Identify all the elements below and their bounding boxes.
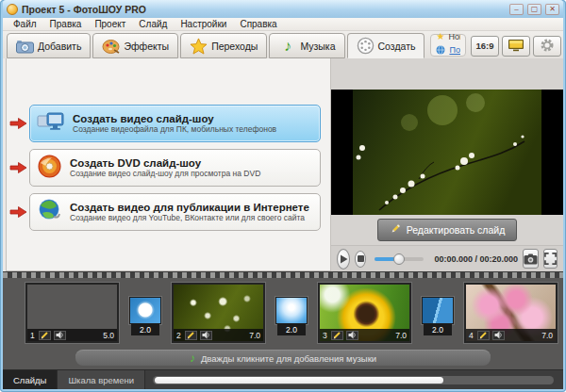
slide-duration: 5.0 [103, 331, 114, 340]
promo-text: Новые шаблоны и спецэффекты [448, 32, 460, 41]
create-icon [357, 37, 375, 55]
seek-slider[interactable] [375, 257, 424, 261]
speaker-icon[interactable] [54, 331, 66, 340]
add-music-hint: Дважды кликните для добавления музыки [201, 353, 376, 364]
window-title: Проект 5 - ФотоШОУ PRO [22, 4, 506, 15]
edit-pencil-icon[interactable] [477, 331, 490, 340]
transition-duration: 2.0 [277, 324, 306, 335]
create-video-slideshow-option[interactable]: Создать видео слайд-шоу Создание видеофа… [29, 105, 321, 142]
preview-image [353, 90, 541, 215]
timeline-horizontal-scrollbar[interactable] [153, 376, 554, 384]
edit-pencil-icon[interactable] [185, 331, 197, 340]
maximize-button[interactable]: ▢ [527, 4, 541, 15]
slide-number: 2 [176, 331, 182, 340]
scrollbar-thumb[interactable] [155, 377, 443, 384]
main-area: Создать видео слайд-шоу Создание видеофа… [3, 58, 563, 271]
snapshot-button[interactable] [523, 249, 539, 269]
slide-thumbnail-2[interactable]: 2 7.0 [172, 283, 265, 343]
slide-number: 1 [30, 331, 36, 340]
tab-timescale[interactable]: Шкала времени [58, 370, 145, 389]
speaker-icon[interactable] [346, 331, 358, 340]
play-button[interactable] [337, 249, 350, 270]
tab-label: Переходы [211, 41, 258, 52]
pencil-icon [390, 223, 401, 237]
music-note-icon: ♪ [190, 352, 195, 364]
speaker-icon[interactable] [200, 331, 212, 340]
tab-label: Музыка [300, 41, 335, 52]
option-row: Создать видео для публикации в Интернете… [7, 193, 330, 231]
tab-label: Эффекты [124, 41, 169, 52]
music-icon: ♪ [278, 37, 296, 55]
menu-item-edit[interactable]: Правка [43, 19, 89, 29]
preview-panel: Редактировать слайд 00:00.000 / 00:20.00… [331, 58, 563, 271]
window-body: Файл Правка Проект Слайд Настройки Справ… [3, 18, 563, 389]
titlebar: Проект 5 - ФотоШОУ PRO – ▢ ✕ [3, 0, 563, 18]
menu-item-file[interactable]: Файл [7, 19, 43, 29]
time-display: 00:00.000 / 00:20.000 [434, 254, 518, 264]
toolbar: Добавить Эффекты Переходы ♪ Музыка [3, 31, 563, 58]
playback-controls: 00:00.000 / 00:20.000 [331, 245, 563, 271]
option-subtitle: Создание видео слайд-шоу для просмотра н… [70, 169, 260, 178]
slide-thumbnail-4[interactable]: 4 7.0 [464, 283, 558, 343]
menu-item-settings[interactable]: Настройки [174, 19, 233, 29]
transition-duration: 2.0 [131, 324, 159, 335]
edit-slide-button[interactable]: Редактировать слайд [377, 219, 518, 241]
stop-button[interactable] [355, 251, 366, 268]
tab-create[interactable]: Создать [347, 33, 425, 58]
slide-duration: 7.0 [541, 331, 553, 340]
tab-transitions[interactable]: Переходы [180, 33, 267, 58]
menu-item-slide[interactable]: Слайд [132, 19, 174, 29]
slide-duration: 7.0 [249, 331, 260, 340]
settings-button[interactable] [533, 36, 561, 57]
screen-settings-button[interactable] [502, 36, 530, 57]
preview-viewport [331, 90, 563, 215]
transition-icon [129, 297, 161, 324]
option-row: Создать DVD слайд-шоу Создание видео сла… [7, 149, 330, 187]
create-options-panel: Создать видео слайд-шоу Создание видеофа… [6, 58, 331, 271]
dvd-disc-icon [37, 154, 62, 183]
app-logo-icon [7, 4, 18, 15]
tab-music[interactable]: ♪ Музыка [269, 33, 344, 58]
globe-icon [436, 41, 445, 58]
menu-item-help[interactable]: Справка [233, 19, 283, 29]
tab-label: Добавить [38, 41, 81, 52]
add-music-bar[interactable]: ♪ Дважды кликните для добавления музыки [75, 350, 491, 366]
tab-effects[interactable]: Эффекты [92, 33, 178, 58]
promo-box: ★ Новые шаблоны и спецэффекты Посмотрите… [430, 34, 466, 57]
slide-number: 3 [323, 331, 328, 340]
menu-item-project[interactable]: Проект [88, 19, 132, 29]
new-templates-star-icon: ★ [436, 32, 444, 41]
edit-pencil-icon[interactable] [39, 331, 51, 340]
timeline: 1 5.0 2.0 2 7.0 [3, 271, 563, 369]
seek-slider-thumb[interactable] [393, 253, 405, 265]
aspect-ratio-button[interactable]: 16:9 [471, 36, 499, 57]
edit-slide-label: Редактировать слайд [407, 224, 506, 236]
transitions-icon [190, 37, 208, 55]
red-arrow-icon [7, 161, 29, 174]
timeline-thumbnails: 1 5.0 2.0 2 7.0 [3, 283, 563, 345]
gear-icon [540, 38, 555, 55]
speaker-icon[interactable] [492, 331, 505, 340]
create-dvd-slideshow-option[interactable]: Создать DVD слайд-шоу Создание видео сла… [29, 149, 321, 187]
transition-icon [422, 297, 454, 324]
transition-thumbnail-1[interactable]: 2.0 [129, 297, 161, 335]
tab-slides[interactable]: Слайды [3, 370, 58, 389]
transition-thumbnail-2[interactable]: 2.0 [275, 297, 308, 335]
edit-pencil-icon[interactable] [331, 331, 343, 340]
minimize-button[interactable]: – [509, 4, 524, 15]
create-internet-video-option[interactable]: Создать видео для публикации в Интернете… [29, 193, 321, 231]
fullscreen-button[interactable] [543, 249, 558, 269]
catalog-site-link[interactable]: Посмотрите каталог на сайте... [449, 45, 460, 55]
slide-thumbnail-1[interactable]: 1 5.0 [25, 283, 119, 343]
option-title: Создать видео для публикации в Интернете [70, 202, 309, 213]
transition-thumbnail-3[interactable]: 2.0 [422, 297, 454, 335]
slide-thumbnail-3[interactable]: 3 7.0 [318, 283, 411, 343]
add-photos-icon [16, 37, 34, 55]
app-window: Проект 5 - ФотоШОУ PRO – ▢ ✕ Файл Правка… [0, 0, 566, 392]
effects-icon [102, 37, 120, 55]
tab-add-photos[interactable]: Добавить [7, 33, 91, 58]
transition-duration: 2.0 [424, 324, 452, 335]
red-arrow-icon [7, 117, 29, 130]
filmstrip-perforations [3, 272, 563, 278]
close-button[interactable]: ✕ [545, 4, 559, 15]
